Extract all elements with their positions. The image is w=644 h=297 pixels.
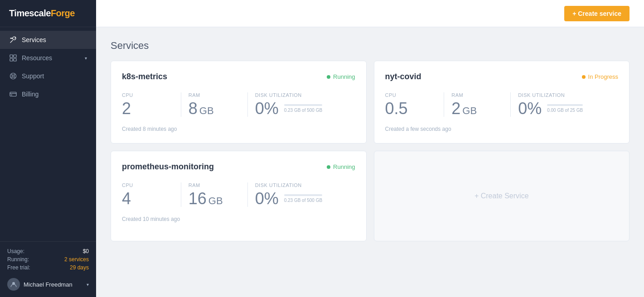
svg-line-7	[14, 77, 15, 78]
svg-line-6	[11, 74, 12, 75]
disk-percent: 0%	[518, 101, 542, 117]
logo: TimescaleForge	[0, 0, 96, 27]
support-icon	[9, 72, 17, 80]
cpu-metric: CPU 2	[122, 92, 181, 117]
disk-label: Disk utilization	[255, 92, 348, 98]
service-card-k8s-metrics[interactable]: k8s-metrics Running CPU 2 RAM 8	[111, 61, 367, 144]
metrics-row: CPU 2 RAM 8 GB Disk utilization 0%	[122, 92, 355, 117]
trial-value: 29 days	[70, 264, 89, 271]
status-badge: In Progress	[582, 73, 618, 80]
disk-bar-track	[284, 104, 323, 106]
user-row[interactable]: Michael Freedman ▾	[7, 273, 89, 291]
created-time: Created a few seconds ago	[385, 126, 451, 132]
trial-row: Free trial: 29 days	[7, 264, 89, 271]
sidebar-item-support[interactable]: Support	[0, 67, 96, 85]
cpu-label: CPU	[122, 92, 174, 98]
usage-row: Usage: $0	[7, 248, 89, 254]
svg-rect-1	[14, 55, 16, 57]
status-text: Running	[333, 73, 355, 80]
card-footer: Created a few seconds ago	[385, 126, 619, 132]
svg-line-8	[14, 74, 15, 75]
status-dot	[327, 165, 330, 169]
svg-rect-12	[11, 95, 12, 96]
disk-metric: Disk utilization 0% 0.23 GB of 500 GB	[255, 182, 355, 207]
card-footer: Created 8 minutes ago	[122, 126, 355, 132]
sidebar-item-resources-label: Resources	[22, 54, 52, 62]
card-header: k8s-metrics Running	[122, 72, 355, 81]
usage-label: Usage:	[7, 248, 24, 254]
sidebar-item-services[interactable]: Services	[0, 31, 96, 49]
ram-value: 16	[189, 191, 207, 207]
logo-forge: Forge	[51, 8, 75, 18]
service-card-nyt-covid[interactable]: nyt-covid In Progress CPU 0.5 RAM 2	[374, 61, 630, 144]
ram-unit: GB	[199, 105, 214, 117]
running-row: Running: 2 services	[7, 256, 89, 263]
cpu-label: CPU	[385, 92, 437, 98]
cpu-value: 4	[122, 191, 174, 207]
card-header: nyt-covid In Progress	[385, 72, 619, 81]
logo-timescale: Timescale	[9, 8, 51, 18]
status-text: In Progress	[588, 73, 618, 80]
trial-label: Free trial:	[7, 264, 30, 271]
disk-usage-label: 0.23 GB of 500 GB	[284, 108, 323, 113]
metrics-row: CPU 4 RAM 16 GB Disk utilization 0%	[122, 182, 355, 207]
sidebar-nav: Services Resources ▾	[0, 27, 96, 241]
create-service-label: + Create Service	[475, 192, 529, 200]
status-dot	[327, 75, 330, 79]
service-name: prometheus-monitoring	[122, 162, 214, 172]
disk-bar-container: 0.23 GB of 500 GB	[284, 104, 323, 113]
create-service-card[interactable]: + Create Service	[374, 151, 630, 241]
card-header: prometheus-monitoring Running	[122, 162, 355, 172]
disk-metric: Disk utilization 0% 0.23 GB of 500 GB	[255, 92, 355, 117]
ram-value-row: 8 GB	[189, 101, 240, 117]
wrench-icon	[9, 36, 17, 44]
topbar: + Create service	[96, 0, 644, 27]
service-name: nyt-covid	[385, 72, 421, 81]
status-badge: Running	[327, 73, 355, 80]
svg-rect-2	[10, 58, 13, 61]
disk-usage-label: 0.00 GB of 25 GB	[547, 108, 583, 113]
ram-label: RAM	[451, 92, 503, 98]
cpu-label: CPU	[122, 182, 174, 188]
svg-point-4	[10, 73, 16, 79]
sidebar-item-services-label: Services	[22, 36, 46, 43]
disk-bar-track	[547, 104, 583, 106]
disk-label: Disk utilization	[518, 92, 611, 98]
disk-metric: Disk utilization 0% 0.00 GB of 25 GB	[518, 92, 618, 117]
created-time: Created 8 minutes ago	[122, 126, 177, 132]
disk-label: Disk utilization	[255, 182, 348, 188]
created-time: Created 10 minutes ago	[122, 216, 180, 222]
ram-metric: RAM 2 GB	[451, 92, 511, 117]
content-area: Services k8s-metrics Running CPU 2	[96, 27, 644, 297]
page-title: Services	[111, 40, 629, 52]
ram-value-row: 2 GB	[451, 101, 503, 117]
grid-icon	[9, 54, 17, 62]
sidebar-item-billing-label: Billing	[22, 91, 39, 98]
create-service-button[interactable]: + Create service	[564, 6, 629, 21]
ram-value-row: 16 GB	[189, 191, 240, 207]
disk-bar-container: 0.00 GB of 25 GB	[547, 104, 583, 113]
avatar	[7, 278, 20, 291]
ram-metric: RAM 8 GB	[189, 92, 248, 117]
svg-point-5	[12, 75, 15, 77]
ram-label: RAM	[189, 182, 240, 188]
disk-percent: 0%	[255, 101, 279, 117]
sidebar-item-billing[interactable]: Billing	[0, 85, 96, 103]
disk-bar-container: 0.23 GB of 500 GB	[284, 194, 323, 203]
user-name: Michael Freedman	[24, 281, 83, 288]
svg-rect-0	[10, 55, 13, 57]
sidebar-item-resources[interactable]: Resources ▾	[0, 49, 96, 67]
main-content: + Create service Services k8s-metrics Ru…	[96, 0, 644, 297]
sidebar-footer: Usage: $0 Running: 2 services Free trial…	[0, 241, 96, 297]
status-text: Running	[333, 163, 355, 170]
service-card-prometheus[interactable]: prometheus-monitoring Running CPU 4 RAM	[111, 151, 367, 241]
ram-value: 2	[451, 101, 460, 117]
cpu-value: 0.5	[385, 101, 437, 117]
ram-label: RAM	[189, 92, 240, 98]
services-grid: k8s-metrics Running CPU 2 RAM 8	[111, 61, 629, 241]
card-footer: Created 10 minutes ago	[122, 216, 355, 222]
ram-value: 8	[189, 101, 198, 117]
cpu-metric: CPU 4	[122, 182, 181, 207]
svg-rect-3	[14, 58, 16, 61]
metrics-row: CPU 0.5 RAM 2 GB Disk utilization 0%	[385, 92, 619, 117]
